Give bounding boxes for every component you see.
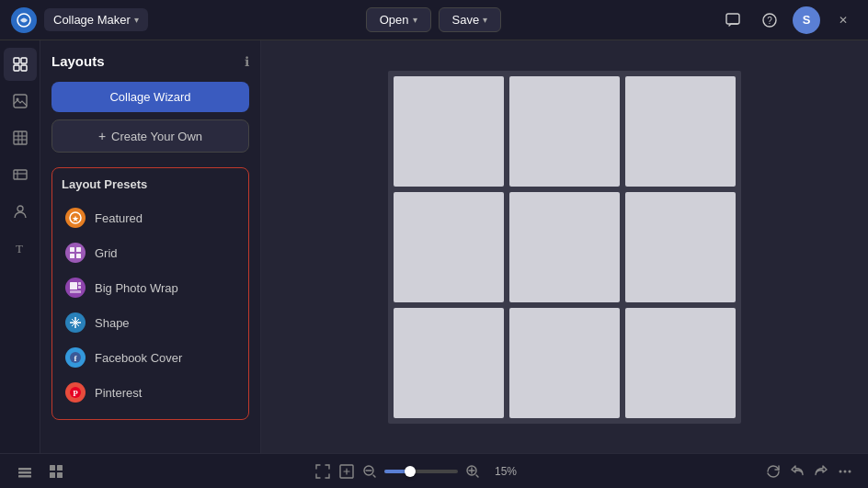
app-name-button[interactable]: Collage Maker ▾ xyxy=(44,8,148,31)
shape-icon xyxy=(65,312,86,333)
svg-point-54 xyxy=(844,470,847,472)
grid-icon xyxy=(65,243,86,263)
featured-label: Featured xyxy=(95,211,143,225)
svg-point-53 xyxy=(839,470,842,472)
svg-text:P: P xyxy=(73,389,78,398)
grid-cell-3 xyxy=(625,76,736,187)
more-icon-button[interactable] xyxy=(837,463,853,480)
help-icon-button[interactable]: ? xyxy=(756,6,783,34)
topbar-menu-icon[interactable]: ✕ xyxy=(829,6,857,34)
sidebar-text-icon[interactable]: T xyxy=(4,232,37,265)
svg-rect-38 xyxy=(18,468,31,471)
preset-shape[interactable]: Shape xyxy=(60,305,241,340)
svg-rect-7 xyxy=(21,65,27,71)
svg-rect-10 xyxy=(14,131,27,144)
svg-rect-44 xyxy=(57,472,63,478)
bottombar: 15% xyxy=(0,453,868,488)
main: T Layouts ℹ Collage Wizard + Create Your… xyxy=(0,40,868,453)
zoom-percent: 15% xyxy=(487,465,517,478)
svg-line-48 xyxy=(373,475,375,477)
facebook-icon: f xyxy=(65,347,86,368)
open-button[interactable]: Open ▾ xyxy=(366,7,431,32)
preset-grid[interactable]: Grid xyxy=(60,235,241,270)
svg-rect-43 xyxy=(50,472,55,478)
collage-wizard-button[interactable]: Collage Wizard xyxy=(51,82,249,112)
bottombar-left xyxy=(15,461,66,482)
fullscreen-icon-button[interactable] xyxy=(314,463,331,480)
save-chevron-icon: ▾ xyxy=(483,15,487,25)
svg-rect-41 xyxy=(50,465,55,471)
canvas-area xyxy=(261,40,868,453)
app-logo xyxy=(11,7,37,33)
bottombar-center: 15% xyxy=(314,463,517,480)
chevron-down-icon: ▾ xyxy=(134,15,139,25)
preset-featured[interactable]: ★ Featured xyxy=(60,200,241,235)
preset-pinterest[interactable]: P Pinterest xyxy=(60,375,241,410)
zoom-track[interactable] xyxy=(384,470,458,473)
svg-rect-8 xyxy=(14,95,27,108)
bottombar-right xyxy=(765,463,853,480)
zoom-thumb[interactable] xyxy=(405,466,416,477)
refresh-icon-button[interactable] xyxy=(765,463,782,480)
preset-bigphoto[interactable]: Big Photo Wrap xyxy=(60,270,241,305)
save-button[interactable]: Save ▾ xyxy=(439,7,502,32)
undo-icon-button[interactable] xyxy=(789,463,805,480)
shape-label: Shape xyxy=(95,316,130,330)
svg-text:T: T xyxy=(16,242,23,255)
grid-view-icon-button[interactable] xyxy=(46,461,66,482)
save-label: Save xyxy=(452,13,480,27)
avatar-letter: S xyxy=(803,13,811,27)
layers-icon-button[interactable] xyxy=(15,461,35,482)
svg-rect-6 xyxy=(14,65,19,71)
svg-rect-25 xyxy=(76,254,81,258)
sidebar-grid-icon[interactable] xyxy=(4,121,37,154)
svg-rect-1 xyxy=(726,14,739,24)
svg-text:★: ★ xyxy=(72,214,79,223)
create-own-button[interactable]: + Create Your Own xyxy=(51,119,249,153)
app-name-label: Collage Maker xyxy=(53,13,131,27)
icon-sidebar: T xyxy=(0,40,40,453)
featured-icon: ★ xyxy=(65,208,86,228)
svg-rect-22 xyxy=(70,247,74,252)
svg-point-55 xyxy=(849,470,851,472)
create-own-label: Create Your Own xyxy=(111,130,202,143)
sidebar-people-icon[interactable] xyxy=(4,195,37,228)
sidebar-stickers-icon[interactable] xyxy=(4,158,37,191)
chat-icon-button[interactable] xyxy=(719,6,747,34)
info-icon[interactable]: ℹ xyxy=(245,54,249,69)
svg-rect-42 xyxy=(57,465,63,471)
preset-facebook[interactable]: f Facebook Cover xyxy=(60,340,241,375)
topbar-left: Collage Maker ▾ xyxy=(11,7,148,33)
sidebar-layouts-icon[interactable] xyxy=(4,48,37,81)
presets-title: Layout Presets xyxy=(60,177,241,191)
topbar: Collage Maker ▾ Open ▾ Save ▾ ? S ✕ xyxy=(0,0,868,40)
svg-rect-40 xyxy=(18,475,31,478)
grid-cell-8 xyxy=(509,308,620,418)
svg-rect-39 xyxy=(18,471,31,474)
sidebar-photos-icon[interactable] xyxy=(4,85,37,118)
panel-header: Layouts ℹ xyxy=(51,53,249,69)
zoom-out-icon-button[interactable] xyxy=(362,464,377,479)
pinterest-label: Pinterest xyxy=(95,386,142,400)
facebook-label: Facebook Cover xyxy=(95,351,182,365)
fit-icon-button[interactable] xyxy=(338,463,355,480)
collage-grid[interactable] xyxy=(388,71,741,424)
plus-icon: + xyxy=(98,129,106,143)
panel-title: Layouts xyxy=(51,53,105,69)
grid-cell-9 xyxy=(625,308,736,418)
bigphoto-icon xyxy=(65,278,86,298)
open-chevron-icon: ▾ xyxy=(413,15,417,25)
svg-rect-15 xyxy=(14,170,27,179)
avatar[interactable]: S xyxy=(793,6,820,34)
svg-rect-24 xyxy=(70,254,74,258)
svg-rect-28 xyxy=(78,286,81,289)
svg-rect-29 xyxy=(70,290,81,293)
svg-point-18 xyxy=(17,206,23,211)
zoom-in-icon-button[interactable] xyxy=(465,464,480,479)
zoom-slider[interactable] xyxy=(384,470,458,473)
grid-cell-5 xyxy=(509,192,620,302)
collage-wizard-label: Collage Wizard xyxy=(109,90,190,104)
svg-rect-23 xyxy=(76,247,81,252)
redo-icon-button[interactable] xyxy=(813,463,829,480)
grid-cell-6 xyxy=(625,192,736,302)
